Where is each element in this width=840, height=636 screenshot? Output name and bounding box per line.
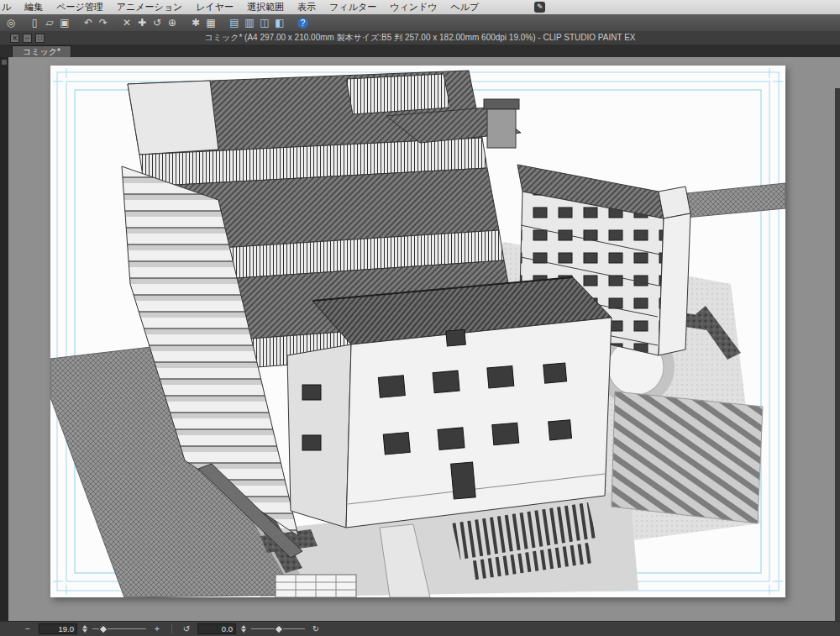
menu-item-animation[interactable]: アニメーション: [110, 0, 190, 14]
zoom-value[interactable]: 19.0: [39, 623, 77, 634]
canvas-page[interactable]: [50, 66, 785, 597]
grid-icon[interactable]: ▦: [203, 16, 218, 29]
select-wand-icon[interactable]: ✱: [188, 16, 203, 29]
palette-handle-icon: [2, 60, 7, 65]
canvas-artwork: [50, 66, 785, 597]
menu-item-selection[interactable]: 選択範囲: [240, 0, 291, 14]
rotation-slider-handle[interactable]: [274, 624, 283, 633]
menu-item-window[interactable]: ウィンドウ: [383, 0, 444, 14]
open-file-icon[interactable]: ▱: [42, 16, 57, 29]
parking-rows: [612, 392, 763, 523]
clip-studio-logo-icon[interactable]: ◎: [3, 16, 18, 29]
menu-item-edit[interactable]: 編集: [18, 0, 50, 14]
snap-ruler-icon[interactable]: ▥: [242, 16, 257, 29]
zoom-slider[interactable]: [92, 624, 146, 633]
delete-icon[interactable]: ✕: [119, 16, 134, 29]
close-button[interactable]: ✕: [10, 34, 19, 43]
document-title: コミック* (A4 297.00 x 210.00mm 製本サイズ:B5 判 2…: [0, 32, 840, 44]
zoom-in-icon[interactable]: +: [151, 624, 163, 633]
menu-item-page-management[interactable]: ページ管理: [50, 0, 110, 14]
snap-special-icon[interactable]: ◧: [272, 16, 287, 29]
help-icon[interactable]: ?: [297, 18, 308, 29]
building-front-house: [287, 277, 612, 528]
menu-item-layer[interactable]: レイヤー: [189, 0, 240, 14]
rotate-left-icon[interactable]: ↺: [181, 624, 192, 633]
document-tab-bar: コミック*: [0, 45, 840, 58]
zoom-stepper[interactable]: [82, 625, 87, 633]
collapsed-palette-strip[interactable]: [0, 57, 8, 622]
menu-item-help[interactable]: ヘルプ: [444, 0, 486, 14]
rotation-slider[interactable]: [251, 624, 305, 633]
move-tool-icon[interactable]: ✚: [134, 16, 150, 29]
maximize-button[interactable]: □: [35, 34, 45, 43]
zoom-tool-icon[interactable]: ⊕: [165, 16, 180, 29]
minimize-button[interactable]: −: [23, 34, 32, 43]
rotation-value[interactable]: 0.0: [197, 623, 236, 634]
menu-item-filter[interactable]: フィルター: [323, 0, 383, 14]
status-bar: − 19.0 + ↺ 0.0 ↻: [0, 621, 840, 636]
zoom-slider-handle[interactable]: [98, 624, 108, 633]
window-right-edge: [835, 88, 840, 622]
new-file-icon[interactable]: ▯: [27, 16, 42, 29]
ruler-icon[interactable]: ▤: [227, 16, 242, 29]
rotate-view-icon[interactable]: ↺: [150, 16, 165, 29]
document-title-bar: ✕ − □ コミック* (A4 297.00 x 210.00mm 製本サイズ:…: [0, 31, 840, 45]
command-toolbar: ◎ ▯ ▱ ▣ ↶ ↷ ✕ ✚ ↺ ⊕ ✱ ▦ ▤ ▥ ◫ ◧ ?: [0, 14, 840, 32]
undo-icon[interactable]: ↶: [81, 16, 96, 29]
canvas-area[interactable]: [0, 57, 840, 622]
redo-icon[interactable]: ↷: [96, 16, 111, 29]
zoom-out-icon[interactable]: −: [22, 624, 34, 633]
rotate-right-icon[interactable]: ↻: [310, 624, 322, 633]
status-separator: [171, 624, 172, 633]
menu-item-file-partial[interactable]: ル: [0, 0, 18, 14]
entrance-canopy: [276, 575, 356, 597]
snap-grid-icon[interactable]: ◫: [257, 16, 272, 29]
menu-item-view[interactable]: 表示: [291, 0, 323, 14]
save-file-icon[interactable]: ▣: [57, 16, 72, 29]
tab-comic[interactable]: コミック*: [12, 45, 71, 57]
input-method-icon[interactable]: ✎: [534, 2, 545, 13]
rotation-stepper[interactable]: [241, 625, 246, 633]
menu-bar: ル 編集 ページ管理 アニメーション レイヤー 選択範囲 表示 フィルター ウィ…: [0, 0, 840, 15]
